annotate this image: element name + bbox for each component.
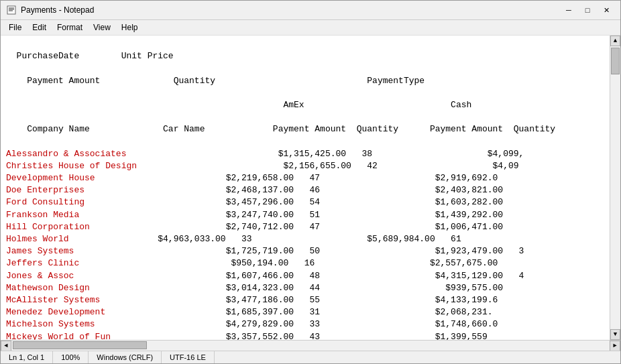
- scroll-track-h[interactable]: [11, 341, 610, 351]
- svg-rect-0: [7, 6, 15, 14]
- maximize-button[interactable]: □: [579, 3, 596, 17]
- row-11: Jones & Assoc $1,607,466.00 48 $4,315,12…: [6, 271, 524, 281]
- title-bar: Payments - Notepad ─ □ ✕: [1, 1, 620, 20]
- row-2: Christies House of Design $2,156,655.00 …: [6, 161, 519, 171]
- row-9: James Systems $1,725,719.00 50 $1,923,47…: [6, 246, 524, 256]
- scroll-track-v[interactable]: [610, 46, 620, 329]
- header-line5: AmEx Cash: [6, 100, 471, 110]
- close-button[interactable]: ✕: [598, 3, 615, 17]
- row-4: Doe Enterprises $2,468,137.00 46 $2,403,…: [6, 185, 503, 195]
- status-bar: Ln 1, Col 1 100% Windows (CRLF) UTF-16 L…: [1, 351, 620, 363]
- menu-file[interactable]: File: [3, 21, 27, 34]
- scroll-thumb-v[interactable]: [611, 48, 620, 74]
- row-3: Development House $2,219,658.00 47 $2,91…: [6, 173, 498, 183]
- title-bar-left: Payments - Notepad: [6, 5, 94, 15]
- content-wrapper: PurchaseDate Unit Price Payment Amount Q…: [1, 36, 620, 340]
- row-12: Mathewson Design $3,014,323.00 44 $939,5…: [6, 283, 503, 293]
- row-1: Alessandro & Associates $1,315,425.00 38…: [6, 149, 524, 159]
- main-window: Payments - Notepad ─ □ ✕ File Edit Forma…: [0, 0, 621, 364]
- row-16: Mickeys World of Fun $3,357,552.00 43 $1…: [6, 332, 488, 341]
- row-6: Frankson Media $3,247,740.00 51 $1,439,2…: [6, 210, 503, 220]
- row-7: Hill Corporation $2,740,712.00 47 $1,006…: [6, 222, 503, 232]
- menu-view[interactable]: View: [88, 21, 116, 34]
- scroll-thumb-h[interactable]: [13, 341, 147, 349]
- menu-bar: File Edit Format View Help: [1, 20, 620, 36]
- scroll-left-button[interactable]: ◄: [1, 341, 11, 351]
- row-10: Jeffers Clinic $950,194.00 16 $2,557,675…: [6, 258, 498, 268]
- scroll-right-button[interactable]: ►: [610, 341, 620, 351]
- minimize-button[interactable]: ─: [560, 3, 577, 17]
- header-line3: Payment Amount Quantity PaymentType: [6, 76, 425, 86]
- menu-edit[interactable]: Edit: [27, 21, 52, 34]
- scroll-up-button[interactable]: ▲: [610, 36, 620, 46]
- window-controls: ─ □ ✕: [560, 3, 615, 17]
- row-13: McAllister Systems $3,477,186.00 55 $4,1…: [6, 295, 498, 305]
- menu-help[interactable]: Help: [116, 21, 144, 34]
- row-14: Menedez Development $1,685,397.00 31 $2,…: [6, 307, 493, 317]
- bottom-area: ◄ ► Ln 1, Col 1 100% Windows (CRLF) UTF-…: [1, 340, 620, 363]
- row-5: Ford Consulting $3,457,296.00 54 $1,603,…: [6, 197, 503, 207]
- text-editor[interactable]: PurchaseDate Unit Price Payment Amount Q…: [1, 36, 610, 340]
- vertical-scrollbar[interactable]: ▲ ▼: [610, 36, 620, 340]
- cursor-position: Ln 1, Col 1: [1, 351, 53, 363]
- row-8: Holmes World $4,963,033.00 33 $5,689,984…: [6, 234, 461, 244]
- horizontal-scrollbar[interactable]: ◄ ►: [1, 340, 620, 351]
- header-line7: Company Name Car Name Payment Amount Qua…: [6, 124, 555, 134]
- zoom-level: 100%: [53, 351, 89, 363]
- header-line1: PurchaseDate Unit Price: [6, 51, 174, 61]
- menu-format[interactable]: Format: [52, 21, 88, 34]
- scroll-down-button[interactable]: ▼: [610, 329, 620, 340]
- window-title: Payments - Notepad: [21, 5, 94, 15]
- line-ending: Windows (CRLF): [89, 351, 162, 363]
- encoding: UTF-16 LE: [162, 351, 215, 363]
- row-15: Michelson Systems $4,279,829.00 33 $1,74…: [6, 319, 498, 329]
- app-icon: [6, 5, 17, 15]
